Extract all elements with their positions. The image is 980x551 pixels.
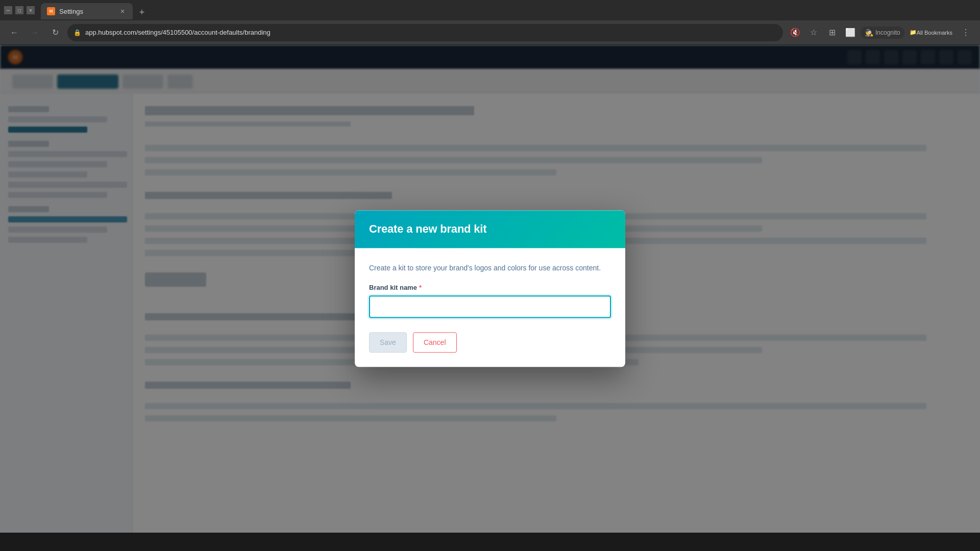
address-bar[interactable]: [85, 29, 777, 36]
tab-favicon: H: [47, 7, 55, 15]
window-controls: ─ □ ×: [4, 6, 35, 14]
refresh-button[interactable]: ↻: [47, 24, 63, 41]
brand-kit-name-input[interactable]: [369, 296, 611, 318]
modal-header: Create a new brand kit: [355, 210, 625, 248]
extensions-button[interactable]: ⊞: [824, 24, 840, 41]
profile-button[interactable]: ⬜: [842, 24, 859, 41]
close-tab-button[interactable]: ×: [118, 7, 127, 15]
maximize-button[interactable]: □: [15, 6, 23, 14]
active-tab[interactable]: H Settings ×: [41, 3, 133, 19]
modal-footer: Save Cancel: [355, 331, 625, 367]
bookmarks-bar-button[interactable]: 📁 All Bookmarks: [906, 24, 955, 41]
new-tab-button[interactable]: +: [135, 5, 149, 19]
save-button[interactable]: Save: [369, 333, 407, 353]
modal-title: Create a new brand kit: [369, 222, 611, 236]
page-content: H: [0, 45, 980, 533]
browser-chrome: ─ □ × H Settings × + ← → ↻ 🔒 🔇 ☆ ⊞: [0, 0, 980, 45]
tab-bar: H Settings × +: [41, 1, 976, 19]
incognito-badge: 🕵 Incognito: [861, 27, 904, 39]
required-indicator: *: [419, 284, 422, 292]
browser-toolbar: ← → ↻ 🔒 🔇 ☆ ⊞ ⬜ 🕵 Incognito 📁 All Bookma…: [0, 20, 980, 45]
menu-button[interactable]: ⋮: [958, 24, 974, 41]
cancel-button[interactable]: Cancel: [413, 333, 457, 353]
close-window-button[interactable]: ×: [27, 6, 35, 14]
modal-wrapper: Create a new brand kit Create a kit to s…: [355, 210, 625, 367]
modal-description: Create a kit to store your brand's logos…: [369, 262, 611, 273]
back-button[interactable]: ←: [6, 24, 22, 41]
form-group-brand-kit-name: Brand kit name *: [369, 284, 611, 318]
incognito-label: Incognito: [875, 29, 900, 36]
toolbar-actions: 🔇 ☆ ⊞ ⬜ 🕵 Incognito 📁 All Bookmarks ⋮: [787, 24, 974, 41]
brand-kit-name-label: Brand kit name *: [369, 284, 611, 292]
forward-button[interactable]: →: [27, 24, 43, 41]
browser-titlebar: ─ □ × H Settings × +: [0, 0, 980, 20]
bookmark-button[interactable]: ☆: [805, 24, 822, 41]
address-bar-container: 🔒: [67, 24, 783, 41]
minimize-button[interactable]: ─: [4, 6, 12, 14]
create-brand-kit-modal: Create a new brand kit Create a kit to s…: [355, 210, 625, 367]
tab-title: Settings: [59, 8, 114, 15]
lock-icon: 🔒: [74, 29, 81, 36]
modal-body: Create a kit to store your brand's logos…: [355, 248, 625, 330]
mute-button[interactable]: 🔇: [787, 24, 803, 41]
